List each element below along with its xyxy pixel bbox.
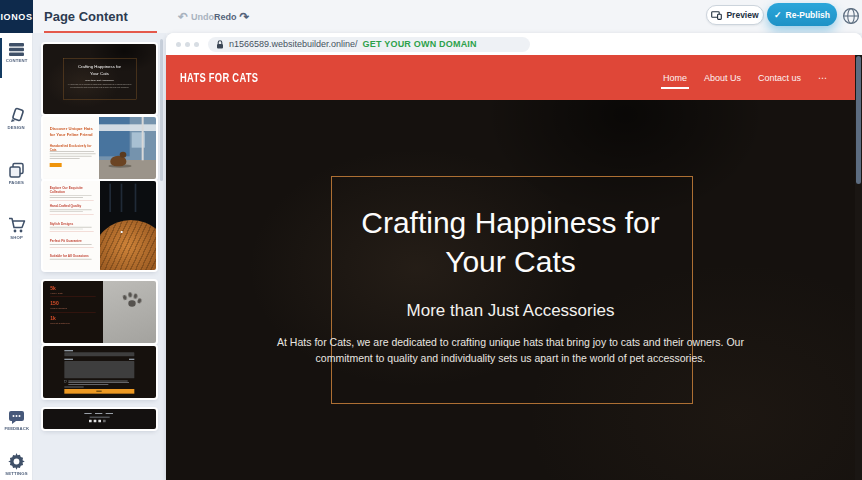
preview-button[interactable]: Preview bbox=[706, 5, 764, 25]
intro-thumb-preview: Discover Unique Hats for Your Feline Fri… bbox=[43, 117, 156, 179]
globe-language-icon[interactable] bbox=[842, 7, 860, 25]
site-scrollbar-track[interactable] bbox=[855, 55, 862, 480]
photo-cat-fur bbox=[100, 220, 156, 270]
panel-title: Page Content bbox=[44, 0, 128, 33]
text-line-placeholder bbox=[50, 244, 92, 245]
feature-item: Explore Our Exquisite Collection bbox=[50, 186, 95, 200]
hero-body-text[interactable]: At Hats for Cats, we are dedicated to cr… bbox=[263, 335, 758, 367]
nav-about[interactable]: About Us bbox=[704, 73, 741, 83]
redo-icon: ↷ bbox=[240, 11, 250, 23]
site-nav: Home About Us Contact us ⋯ bbox=[663, 55, 827, 100]
sidebar-item-feedback[interactable]: FEEDBACK bbox=[0, 410, 33, 436]
feature-item: Stylish Designs bbox=[50, 222, 95, 232]
feature-item: Hand-Crafted Quality bbox=[50, 204, 95, 214]
form-field-label bbox=[64, 359, 73, 360]
sidebar-item-design[interactable]: DESIGN bbox=[0, 107, 33, 135]
social-icon bbox=[98, 420, 101, 423]
text-line-placeholder bbox=[68, 384, 108, 385]
sidebar-label-shop: SHOP bbox=[10, 235, 23, 240]
section-thumbnail-contact-form[interactable] bbox=[43, 346, 156, 398]
builder-sidebar: IONOS CONTENT DESIGN PAGES SHOP bbox=[0, 0, 33, 480]
hero-title-line1: Crafting Happiness for bbox=[166, 203, 855, 242]
text-line-placeholder bbox=[50, 151, 94, 152]
text-line-placeholder bbox=[50, 259, 92, 260]
redo-button[interactable]: Redo ↷ bbox=[214, 0, 250, 33]
text-line-placeholder bbox=[50, 156, 92, 157]
text-line-placeholder bbox=[64, 387, 83, 388]
feature-heading: Hand-Crafted Quality bbox=[50, 204, 95, 208]
features-thumb-photo-cat bbox=[100, 181, 156, 270]
photo-light-streak bbox=[109, 184, 111, 212]
stat-value: 150 bbox=[50, 300, 58, 306]
ionos-logo[interactable]: IONOS bbox=[0, 0, 33, 33]
republish-button[interactable]: ✓ Re-Publish bbox=[767, 3, 837, 26]
paw-pad bbox=[128, 300, 135, 306]
section-thumbnail-stats[interactable]: 5k Happy Cats 150 Unique Designs 1k Repe… bbox=[43, 281, 156, 343]
form-field-label bbox=[64, 350, 73, 351]
stats-thumb-preview: 5k Happy Cats 150 Unique Designs 1k Repe… bbox=[43, 281, 156, 343]
text-line-placeholder bbox=[50, 227, 92, 228]
text-line-placeholder bbox=[50, 211, 83, 212]
sidebar-label-design: DESIGN bbox=[8, 125, 25, 130]
hero-thumb-title: Crafting Happiness for Your Cats bbox=[43, 64, 156, 77]
section-thumbnail-hero[interactable]: Crafting Happiness for Your Cats More th… bbox=[43, 44, 156, 114]
browser-chrome-bar: n1566589.websitebuilder.online/ GET YOUR… bbox=[166, 33, 862, 55]
hero-title[interactable]: Crafting Happiness for Your Cats bbox=[166, 203, 855, 281]
site-header: HATS FOR CATS Home About Us Contact us ⋯ bbox=[166, 55, 855, 100]
builder-topbar: Page Content ↶ Undo Redo ↷ Preview ✓ Re-… bbox=[33, 0, 862, 33]
window-dot bbox=[185, 42, 190, 47]
redo-label: Redo bbox=[214, 12, 237, 22]
hero-thumb-body: At Hats for Cats, we are dedicated to cr… bbox=[66, 84, 133, 88]
feature-heading: Stylish Designs bbox=[50, 222, 95, 226]
feature-item: Perfect Fit Guarantee bbox=[50, 239, 95, 248]
feature-item: Suitable for All Occasions bbox=[50, 254, 95, 260]
section-thumbnail-intro[interactable]: Discover Unique Hats for Your Feline Fri… bbox=[43, 117, 156, 179]
panel-scrollbar-thumb[interactable] bbox=[160, 39, 163, 181]
feature-heading: Perfect Fit Guarantee bbox=[50, 239, 95, 243]
undo-button[interactable]: ↶ Undo bbox=[178, 0, 214, 33]
section-thumbnail-footer[interactable] bbox=[43, 409, 156, 429]
feedback-icon bbox=[8, 410, 25, 425]
sidebar-item-shop[interactable]: SHOP bbox=[0, 217, 33, 245]
social-icon bbox=[89, 420, 92, 423]
text-line-placeholder bbox=[50, 229, 83, 230]
republish-label: Re-Publish bbox=[786, 10, 830, 20]
nav-more-menu[interactable]: ⋯ bbox=[818, 73, 827, 83]
address-bar[interactable]: n1566589.websitebuilder.online/ GET YOUR… bbox=[208, 37, 530, 52]
design-icon bbox=[8, 107, 25, 124]
site-scrollbar-thumb[interactable] bbox=[856, 56, 861, 184]
social-icon bbox=[94, 420, 97, 423]
form-input bbox=[64, 352, 134, 356]
stat-value: 1k bbox=[50, 316, 56, 322]
photo-pole bbox=[142, 117, 144, 160]
form-thumb-preview bbox=[43, 346, 156, 398]
features-thumb-preview: Explore Our Exquisite Collection Hand-Cr… bbox=[43, 181, 156, 270]
hero-subtitle[interactable]: More than Just Accessories bbox=[166, 301, 855, 321]
intro-thumb-button bbox=[50, 163, 62, 167]
stats-thumb-photo-pawprint bbox=[103, 281, 156, 343]
cursor-dot bbox=[121, 231, 123, 233]
preview-label: Preview bbox=[726, 10, 758, 20]
check-icon: ✓ bbox=[774, 10, 782, 20]
ionos-logo-text: IONOS bbox=[0, 12, 32, 22]
stat-label: Unique Designs bbox=[50, 307, 66, 309]
sidebar-item-settings[interactable]: SETTINGS bbox=[0, 453, 33, 480]
char-counter bbox=[129, 359, 134, 360]
section-thumbnail-features[interactable]: Explore Our Exquisite Collection Hand-Cr… bbox=[43, 181, 156, 270]
footer-nav-placeholder bbox=[95, 413, 102, 414]
sidebar-item-pages[interactable]: PAGES bbox=[0, 162, 33, 190]
paw-toe bbox=[137, 298, 142, 304]
stat-label: Repeat Customers bbox=[50, 322, 69, 324]
nav-home[interactable]: Home bbox=[663, 73, 687, 83]
content-icon bbox=[8, 42, 25, 57]
footer-thumb-preview bbox=[43, 409, 156, 429]
website-viewport: HATS FOR CATS Home About Us Contact us ⋯… bbox=[166, 55, 862, 480]
site-logo[interactable]: HATS FOR CATS bbox=[180, 70, 258, 85]
get-domain-link[interactable]: GET YOUR OWN DOMAIN bbox=[363, 39, 477, 49]
nav-contact[interactable]: Contact us bbox=[758, 73, 801, 83]
sidebar-item-content[interactable]: CONTENT bbox=[0, 42, 33, 68]
hero-thumb-preview: Crafting Happiness for Your Cats More th… bbox=[43, 44, 156, 114]
footer-nav-placeholder bbox=[84, 413, 91, 414]
window-dot bbox=[194, 42, 199, 47]
settings-gear-icon bbox=[8, 453, 25, 470]
